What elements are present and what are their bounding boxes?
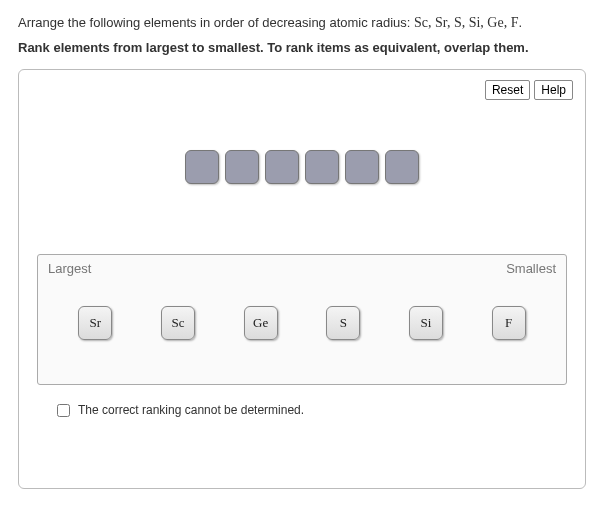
question-elements: Sc, Sr, S, Si, Ge, F: [414, 15, 518, 30]
staging-slot[interactable]: [345, 150, 379, 184]
element-tile[interactable]: F: [492, 306, 526, 340]
staging-slot[interactable]: [305, 150, 339, 184]
cannot-determine-label: The correct ranking cannot be determined…: [78, 403, 304, 417]
ranking-panel: Reset Help Largest Smallest Sr Sc Ge S S…: [18, 69, 586, 489]
zone-header: Largest Smallest: [48, 261, 556, 276]
instructions-text: Rank elements from largest to smallest. …: [18, 40, 586, 55]
staging-slot[interactable]: [185, 150, 219, 184]
element-tile[interactable]: Ge: [244, 306, 278, 340]
reset-button[interactable]: Reset: [485, 80, 530, 100]
question-lead: Arrange the following elements in order …: [18, 15, 414, 30]
smallest-label: Smallest: [506, 261, 556, 276]
element-tile[interactable]: Si: [409, 306, 443, 340]
element-tile[interactable]: S: [326, 306, 360, 340]
ranking-drop-zone[interactable]: Largest Smallest Sr Sc Ge S Si F: [37, 254, 567, 385]
staging-slot[interactable]: [385, 150, 419, 184]
element-tile[interactable]: Sc: [161, 306, 195, 340]
help-button[interactable]: Help: [534, 80, 573, 100]
staging-slot[interactable]: [225, 150, 259, 184]
question-text: Arrange the following elements in order …: [18, 12, 586, 34]
cannot-determine-row[interactable]: The correct ranking cannot be determined…: [57, 403, 573, 417]
staging-slot[interactable]: [265, 150, 299, 184]
element-tile[interactable]: Sr: [78, 306, 112, 340]
question-period: .: [518, 15, 522, 30]
toolbar: Reset Help: [31, 80, 573, 100]
cannot-determine-checkbox[interactable]: [57, 404, 70, 417]
ranked-tiles-row: Sr Sc Ge S Si F: [48, 306, 556, 340]
largest-label: Largest: [48, 261, 91, 276]
staging-area: [31, 150, 573, 184]
